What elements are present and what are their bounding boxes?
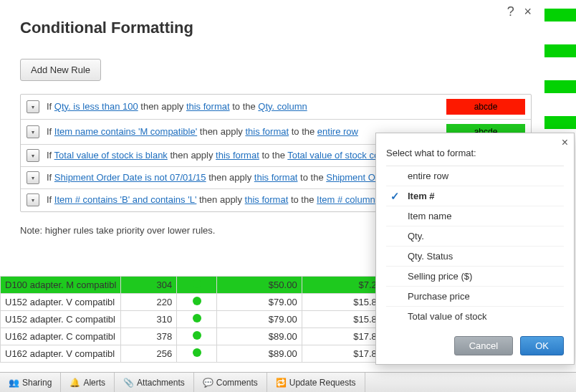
format-target-popup: × Select what to format: entire row Item…	[375, 133, 575, 365]
format-link[interactable]: this format	[254, 172, 298, 183]
ok-button[interactable]: OK	[520, 336, 564, 355]
close-icon[interactable]: ×	[524, 4, 532, 19]
bell-icon: 🔔	[69, 378, 80, 388]
format-link[interactable]: this format	[245, 126, 289, 137]
dialog-title: Conditional Formatting	[20, 19, 532, 37]
format-swatch: abcde	[446, 99, 525, 115]
help-icon[interactable]: ?	[507, 4, 514, 19]
drag-handle-icon[interactable]: ▾	[27, 193, 39, 206]
option-qty[interactable]: Qty.	[386, 226, 564, 247]
comment-icon: 💬	[203, 378, 213, 388]
option-item-name[interactable]: Item name	[386, 206, 564, 226]
background-highlight-bars	[544, 0, 576, 152]
popup-title: Select what to format:	[386, 148, 564, 158]
option-entire-row[interactable]: entire row	[386, 166, 564, 186]
status-dot-icon	[193, 279, 201, 288]
cancel-button[interactable]: Cancel	[454, 336, 513, 355]
people-icon: 👥	[9, 378, 19, 388]
option-selling-price[interactable]: Selling price ($)	[386, 267, 564, 287]
drag-handle-icon[interactable]: ▾	[27, 125, 39, 138]
footer-tabs: 👥Sharing 🔔Alerts 📎Attachments 💬Comments …	[0, 372, 576, 392]
condition-link[interactable]: Total value of stock is blank	[54, 150, 168, 161]
format-options-list: entire row Item # Item name Qty. Qty. St…	[386, 166, 564, 326]
table-row: U152 adapter. C compatibl310$79.00$15.80	[1, 311, 387, 328]
rule-row[interactable]: ▾ If Qty. is less than 100 then apply th…	[21, 95, 531, 120]
condition-link[interactable]: Item # contains 'B' and contains 'L'	[54, 194, 197, 205]
status-dot-icon	[193, 297, 201, 305]
table-row: U162 adapter. C compatibl378$89.00$17.80	[1, 328, 387, 345]
format-link[interactable]: this format	[216, 150, 259, 161]
target-link[interactable]: Qty. column	[258, 101, 307, 112]
add-new-rule-button[interactable]: Add New Rule	[20, 59, 101, 81]
drag-handle-icon[interactable]: ▾	[27, 149, 39, 162]
drag-handle-icon[interactable]: ▾	[27, 100, 39, 113]
tab-update-requests[interactable]: 🔁Update Requests	[267, 373, 365, 392]
tab-alerts[interactable]: 🔔Alerts	[61, 373, 115, 392]
condition-link[interactable]: Item name contains 'M compatible'	[54, 126, 197, 137]
condition-link[interactable]: Qty. is less than 100	[54, 101, 138, 112]
table-row: D100 adapter. M compatibl304$50.00$7.20	[1, 277, 387, 294]
target-link[interactable]: entire row	[317, 126, 358, 137]
status-dot-icon	[193, 348, 201, 357]
refresh-icon: 🔁	[276, 378, 286, 388]
format-link[interactable]: this format	[245, 194, 289, 205]
table-row: U152 adapter. V compatibl220$79.00$15.80	[1, 294, 387, 311]
option-total-value[interactable]: Total value of stock	[386, 307, 564, 326]
close-icon[interactable]: ×	[562, 136, 568, 149]
condition-link[interactable]: Shipment Order Date is not 07/01/15	[54, 172, 206, 183]
status-dot-icon	[193, 314, 201, 322]
table-row: U162 adapter. V compatibl256$89.00$17.80	[1, 345, 387, 363]
target-link[interactable]: Item # column	[317, 194, 375, 205]
option-item-number[interactable]: Item #	[386, 186, 564, 206]
option-qty-status[interactable]: Qty. Status	[386, 247, 564, 267]
tab-comments[interactable]: 💬Comments	[194, 373, 267, 392]
tab-sharing[interactable]: 👥Sharing	[0, 373, 61, 392]
paperclip-icon: 📎	[123, 378, 133, 388]
tab-attachments[interactable]: 📎Attachments	[115, 373, 194, 392]
drag-handle-icon[interactable]: ▾	[27, 171, 39, 184]
status-dot-icon	[193, 331, 201, 340]
option-purchase-price[interactable]: Purchase price	[386, 287, 564, 307]
format-link[interactable]: this format	[186, 101, 230, 112]
